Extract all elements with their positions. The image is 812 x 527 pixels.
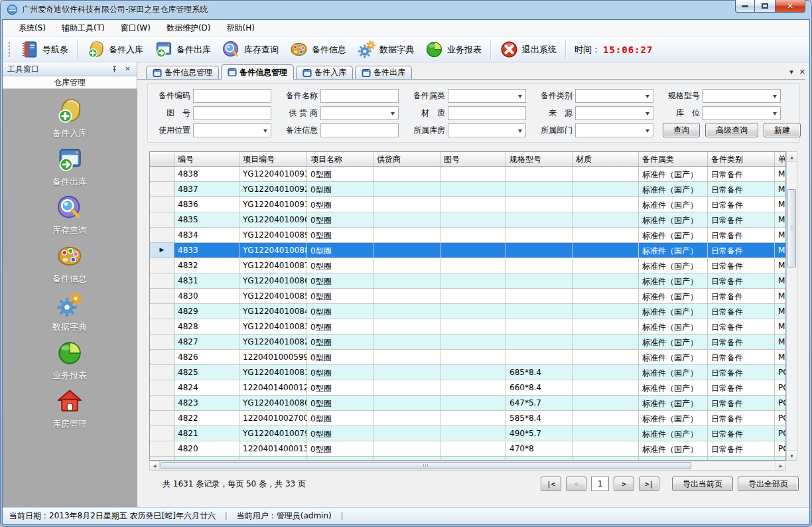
tab-close-icon[interactable]: ✕ xyxy=(799,68,805,76)
scroll-down-arrow-icon[interactable]: ▼ xyxy=(787,450,797,460)
scroll-right-arrow-icon[interactable]: ▶ xyxy=(776,461,785,470)
close-icon[interactable]: ✕ xyxy=(123,66,132,72)
sidebar-parts-inbound[interactable]: 备件入库 xyxy=(3,97,137,139)
query-button[interactable]: 查询 xyxy=(663,123,700,137)
cell-serial: 4837 xyxy=(174,182,239,196)
close-button[interactable]: ✕ xyxy=(775,0,805,13)
toolbar-grip-handle[interactable] xyxy=(8,41,11,58)
title-bar[interactable]: 广州爱奇迪软件科技有限公司-深田之星仓库管理系统 xyxy=(0,0,812,19)
column-header-material[interactable]: 材质 xyxy=(573,152,639,166)
menu-window[interactable]: 窗口(W) xyxy=(113,20,159,37)
scroll-left-arrow-icon[interactable]: ◀ xyxy=(150,461,160,470)
table-row[interactable]: 4832YG122040100870型圈标准件（国产）日常备件M xyxy=(150,258,785,273)
vertical-scrollbar[interactable]: ▲ ▼ xyxy=(786,151,797,461)
part-category-select[interactable] xyxy=(448,89,526,103)
table-row[interactable]: 4823YG122040100800型圈647*5.7标准件（国产）日常备件PC xyxy=(150,396,785,411)
table-row[interactable]: 4828YG122040100830型圈标准件（国产）日常备件M xyxy=(150,319,785,335)
minimize-button[interactable] xyxy=(735,0,755,13)
new-button[interactable]: 新建 xyxy=(764,123,801,137)
column-header-drawing-no[interactable]: 图号 xyxy=(440,152,506,166)
sidebar-parts-info[interactable]: 备件信息 xyxy=(3,242,137,285)
warehouse-select[interactable] xyxy=(448,123,526,137)
sidebar-business-report[interactable]: 业务报表 xyxy=(3,339,137,382)
table-row[interactable]: 4837YG122040100920型圈标准件（国产）日常备件M xyxy=(150,182,785,197)
column-header-spec-model[interactable]: 规格型号 xyxy=(506,152,573,166)
horizontal-scroll-thumb[interactable] xyxy=(161,462,691,469)
table-row[interactable]: 4829YG122040100840型圈标准件（国产）日常备件M xyxy=(150,304,785,319)
material-input[interactable] xyxy=(448,106,526,120)
table-row[interactable]: 482012204014000130型圈470*8标准件（国产）日常备件PC xyxy=(150,441,785,457)
horizontal-scrollbar[interactable]: ◀ ▶ xyxy=(149,461,786,471)
table-row[interactable]: 4830YG122040100850型圈标准件（国产）日常备件M xyxy=(150,289,785,304)
sidebar-warehouse-mgmt[interactable]: 库房管理 xyxy=(3,388,137,430)
vertical-scroll-thumb[interactable] xyxy=(787,189,796,267)
toolbar-inventory-query[interactable]: 库存查询 xyxy=(216,38,284,61)
tab-parts-outbound[interactable]: 备件出库 xyxy=(355,66,412,79)
cell-part-category: 标准件（国产） xyxy=(639,426,708,441)
chevron-down-icon xyxy=(642,90,652,102)
table-row[interactable]: 4838YG122040100930型圈标准件（国产）日常备件M xyxy=(150,167,785,182)
page-number-input[interactable]: 1 xyxy=(591,477,609,491)
tab-list-dropdown-icon[interactable]: ▾ xyxy=(789,68,793,76)
toolbar-exit-system[interactable]: 退出系统 xyxy=(494,38,562,61)
table-row[interactable]: 4835YG122040100900型圈标准件（国产）日常备件M xyxy=(150,212,785,228)
column-header-part-category[interactable]: 备件属类 xyxy=(639,152,708,166)
toolbar-data-dictionary[interactable]: 数据字典 xyxy=(352,38,419,61)
cell-spec-model xyxy=(506,319,573,334)
menu-data-maintenance[interactable]: 数据维护(D) xyxy=(159,20,219,37)
column-header-project-name[interactable]: 项目名称 xyxy=(307,152,373,166)
table-row[interactable]: 482612204010005990型圈标准件（国产）日常备件M xyxy=(150,350,785,365)
toolbar-navigator[interactable]: 导航条 xyxy=(15,38,74,61)
part-code-input[interactable] xyxy=(193,89,271,103)
sidebar-data-dictionary[interactable]: 数据字典 xyxy=(3,291,137,333)
sidebar-parts-outbound[interactable]: 备件出库 xyxy=(3,145,137,188)
toolbar-parts-info[interactable]: 备件信息 xyxy=(284,38,352,61)
column-header-supplier[interactable]: 供货商 xyxy=(373,152,440,166)
menu-help[interactable]: 帮助(H) xyxy=(219,20,263,37)
toolbar-business-report[interactable]: 业务报表 xyxy=(419,38,487,61)
remark-input[interactable] xyxy=(320,123,399,137)
toolbar-parts-outbound[interactable]: 备件出库 xyxy=(149,38,216,61)
drawing-no-input[interactable] xyxy=(193,106,271,120)
cell-part-category: 标准件（国产） xyxy=(639,411,708,425)
toolbar-parts-inbound[interactable]: 备件入库 xyxy=(81,38,149,61)
part-class-select[interactable] xyxy=(575,89,653,103)
source-select[interactable] xyxy=(575,106,653,120)
usage-position-select[interactable] xyxy=(193,123,271,137)
tab-parts-info-mgmt-1[interactable]: 备件信息管理 xyxy=(146,66,219,79)
first-page-button[interactable]: |< xyxy=(541,477,561,491)
table-row[interactable]: 4827YG122040100820型圈标准件（国产）日常备件M xyxy=(150,335,785,350)
part-name-input[interactable] xyxy=(320,89,399,103)
pin-icon[interactable] xyxy=(110,66,119,73)
table-row[interactable]: ▶4833YG122040100880型圈标准件（国产）日常备件M xyxy=(150,243,785,258)
storage-location-select[interactable] xyxy=(703,106,781,120)
column-header-project-code[interactable]: 项目编号 xyxy=(239,152,307,166)
department-select[interactable] xyxy=(575,123,653,137)
prev-page-button[interactable]: < xyxy=(566,477,586,491)
table-row[interactable]: 482412204014000120型圈660*8.4标准件（国产）日常备件PC xyxy=(150,380,785,396)
sidebar-inventory-query[interactable]: 库存查询 xyxy=(3,194,137,236)
maximize-button[interactable] xyxy=(755,0,775,13)
table-row[interactable]: 4825YG122040100810型圈685*8.4标准件（国产）日常备件PC xyxy=(150,365,785,380)
column-header-serial[interactable]: 编号 xyxy=(174,152,239,166)
next-page-button[interactable]: > xyxy=(614,477,634,491)
supplier-select[interactable] xyxy=(320,106,399,120)
menu-aux-tools[interactable]: 辅助工具(T) xyxy=(54,20,113,37)
spec-model-select[interactable] xyxy=(703,89,781,103)
tab-parts-info-mgmt-2[interactable]: 备件信息管理 xyxy=(221,64,294,80)
table-row[interactable]: 4821YG122040100790型圈490*5.7标准件（国产）日常备件PC xyxy=(150,426,785,441)
column-header-unit[interactable]: 单位 xyxy=(775,152,786,166)
column-header-part-class[interactable]: 备件类别 xyxy=(708,152,775,166)
table-row[interactable]: 4836YG122040100910型圈标准件（国产）日常备件M xyxy=(150,197,785,212)
last-page-button[interactable]: >| xyxy=(639,477,659,491)
table-row[interactable]: 4834YG122040100890型圈标准件（国产）日常备件M xyxy=(150,228,785,243)
table-row[interactable]: 482212204010027000型圈585*8.4标准件（国产）日常备件PC xyxy=(150,411,785,426)
export-current-page-button[interactable]: 导出当前页 xyxy=(672,477,733,491)
export-all-pages-button[interactable]: 导出全部页 xyxy=(738,477,799,491)
advanced-query-button[interactable]: 高级查询 xyxy=(705,123,758,137)
cell-part-class: 日常备件 xyxy=(708,228,775,242)
tab-parts-inbound[interactable]: 备件入库 xyxy=(296,66,353,79)
table-row[interactable]: 4831YG122040100860型圈标准件（国产）日常备件M xyxy=(150,273,785,289)
scroll-up-arrow-icon[interactable]: ▲ xyxy=(787,152,797,162)
menu-system[interactable]: 系统(S) xyxy=(11,20,54,37)
